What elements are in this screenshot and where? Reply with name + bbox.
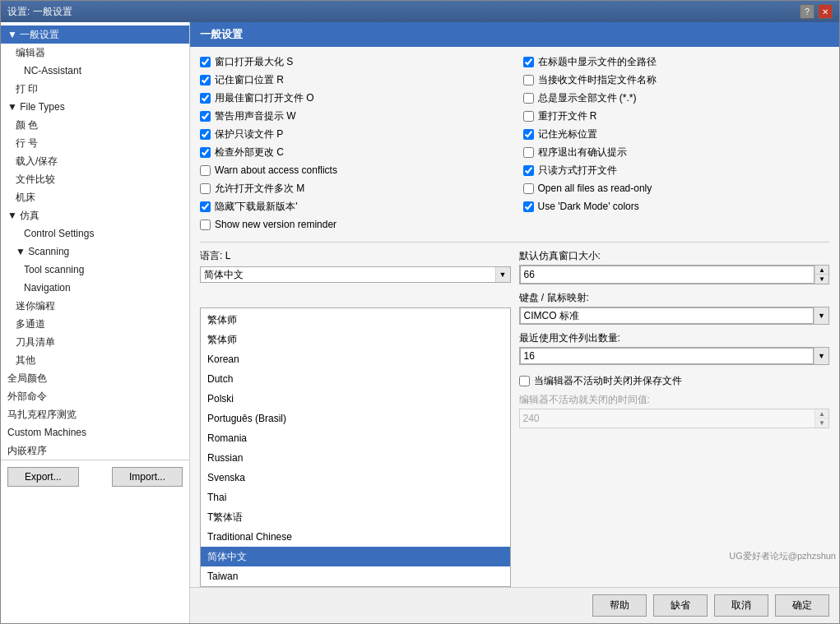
sidebar-item-machine[interactable]: 机床 <box>1 188 189 206</box>
recent-files-input[interactable] <box>520 348 814 364</box>
sidebar-item-simulation[interactable]: ▼ 仿真 <box>1 206 189 224</box>
lang-option-15[interactable]: Polski <box>201 389 510 409</box>
help-btn[interactable]: 帮助 <box>592 594 647 617</box>
sidebar-item-load-save[interactable]: 载入/保存 <box>1 152 189 170</box>
sidebar-item-editor[interactable]: 编辑器 <box>1 44 189 62</box>
lang-option-12[interactable]: 繁体师 <box>201 330 510 349</box>
right-settings-panel: 默认仿真窗口大小: ▲ ▼ 键盘 / 鼠标映射: <box>519 249 830 428</box>
checkbox-open-all-readonly[interactable] <box>523 183 534 194</box>
sidebar-item-line-numbers[interactable]: 行 号 <box>1 134 189 152</box>
sidebar-item-multi-channel[interactable]: 多通道 <box>1 315 189 333</box>
sidebar-item-file-compare[interactable]: 文件比较 <box>1 170 189 188</box>
sim-window-input[interactable] <box>520 266 815 284</box>
panel-body: 一般程序设置 窗口打开最大化 S记住窗口位置 R用最佳窗口打开文件 O警告用声音… <box>190 47 839 587</box>
window-title: 设置: 一般设置 <box>7 5 72 19</box>
checkbox-row-specify-filename: 当接收文件时指定文件名称 <box>523 71 830 89</box>
keyboard-combobox[interactable]: ▼ <box>519 307 830 325</box>
checkbox-row-allow-multi: 允许打开文件多次 M <box>200 179 507 197</box>
checkbox-show-full-path[interactable] <box>523 57 534 67</box>
checkbox-open-readonly[interactable] <box>523 165 534 176</box>
lang-option-11[interactable]: 繁体师 <box>201 310 510 330</box>
sidebar-item-nc-assistant[interactable]: NC-Assistant <box>1 62 189 80</box>
auto-close-spinbox[interactable]: ▲ ▼ <box>519 409 830 428</box>
checkbox-warn-access[interactable] <box>200 165 211 176</box>
checkbox-row-exit-confirm: 程序退出有确认提示 <box>523 143 830 161</box>
panel-header: 一般设置 <box>190 22 839 47</box>
checkbox-show-reminder[interactable] <box>200 220 211 230</box>
recent-files-dropdown-btn[interactable]: ▼ <box>814 348 828 364</box>
lang-option-13[interactable]: Korean <box>201 349 510 369</box>
checkbox-specify-filename[interactable] <box>523 75 534 86</box>
close-button[interactable]: ✕ <box>818 4 833 19</box>
checkbox-reopen[interactable] <box>523 111 534 122</box>
lang-option-21[interactable]: T繁体语 <box>201 507 510 527</box>
keyboard-label: 键盘 / 鼠标映射: <box>519 291 830 305</box>
checkbox-label-warn-access: Warn about access conflicts <box>215 163 337 178</box>
auto-close-up[interactable]: ▲ <box>815 409 828 418</box>
checkbox-row-open-readonly: 只读方式打开文件 <box>523 161 830 179</box>
sidebar-item-print[interactable]: 打 印 <box>1 80 189 98</box>
sidebar-item-navigation[interactable]: Navigation <box>1 279 189 297</box>
default-btn[interactable]: 缺省 <box>653 594 708 617</box>
sidebar-item-external-cmd[interactable]: 外部命令 <box>1 387 189 405</box>
lang-option-14[interactable]: Dutch <box>201 369 510 389</box>
auto-close-down[interactable]: ▼ <box>815 418 828 428</box>
lang-option-18[interactable]: Russian <box>201 448 510 468</box>
sidebar-item-embedded[interactable]: 内嵌程序 <box>1 441 189 460</box>
sidebar-item-file-types[interactable]: ▼ File Types <box>1 98 189 116</box>
sim-window-down[interactable]: ▼ <box>815 275 828 284</box>
checkbox-best-window[interactable] <box>200 93 211 104</box>
checkbox-allow-multi[interactable] <box>200 183 211 194</box>
auto-close-input[interactable] <box>520 409 815 428</box>
checkbox-maximize[interactable] <box>200 57 211 67</box>
checkbox-check-external[interactable] <box>200 147 211 158</box>
lang-option-16[interactable]: Português (Brasil) <box>201 409 510 428</box>
sidebar-item-mazak[interactable]: 马扎克程序测览 <box>1 405 189 423</box>
checkbox-remember-cursor[interactable] <box>523 129 534 140</box>
sidebar-item-custom-machines[interactable]: Custom Machines <box>1 423 189 441</box>
lang-option-19[interactable]: Svenska <box>201 468 510 488</box>
export-button[interactable]: Export... <box>7 467 79 487</box>
sidebar-item-general[interactable]: ▼ 一般设置 <box>1 25 189 44</box>
lang-combobox[interactable]: ▼ <box>200 266 511 283</box>
checkbox-remember-pos[interactable] <box>200 75 211 86</box>
checkbox-exit-confirm[interactable] <box>523 147 534 158</box>
sim-window-spinbox[interactable]: ▲ ▼ <box>519 265 830 284</box>
sim-window-up[interactable]: ▲ <box>815 266 828 275</box>
checkbox-dark-mode[interactable] <box>523 201 534 212</box>
checkbox-label-exit-confirm: 程序退出有确认提示 <box>538 145 627 159</box>
sidebar-item-other[interactable]: 其他 <box>1 351 189 369</box>
lang-dropdown: 蕃skyDeutsch AlternativeDanskDeutschUS En… <box>200 307 511 587</box>
sidebar-item-tool-scanning[interactable]: Tool scanning <box>1 261 189 279</box>
checkbox-label-sound-alert: 警告用声音提示 W <box>215 109 296 123</box>
ok-btn[interactable]: 确定 <box>775 594 829 617</box>
recent-files-combobox[interactable]: ▼ <box>519 347 830 365</box>
main-content: ▼ 一般设置编辑器NC-Assistant打 印▼ File Types颜 色行… <box>1 22 839 623</box>
auto-close-checkbox[interactable] <box>519 376 530 386</box>
checkbox-sound-alert[interactable] <box>200 111 211 122</box>
sidebar-item-colors[interactable]: 颜 色 <box>1 116 189 134</box>
lang-input[interactable] <box>201 267 495 282</box>
lang-option-22[interactable]: Traditional Chinese <box>201 527 510 547</box>
lang-option-23[interactable]: 简体中文 <box>201 547 510 566</box>
checkboxes-grid: 窗口打开最大化 S记住窗口位置 R用最佳窗口打开文件 O警告用声音提示 W保护只… <box>200 53 829 233</box>
checkbox-protect-readonly[interactable] <box>200 129 211 140</box>
checkbox-row-sound-alert: 警告用声音提示 W <box>200 107 507 125</box>
keyboard-dropdown-btn[interactable]: ▼ <box>814 307 828 324</box>
help-button[interactable]: ? <box>800 4 814 19</box>
lang-option-17[interactable]: Romania <box>201 428 510 448</box>
sidebar-item-global-colors[interactable]: 全局颜色 <box>1 369 189 387</box>
lang-option-24[interactable]: Taiwan <box>201 566 510 586</box>
checkbox-label-hide-download: 隐藏'下载最新版本' <box>215 199 298 214</box>
checkbox-show-all-files[interactable] <box>523 93 534 104</box>
lang-dropdown-btn[interactable]: ▼ <box>495 267 510 282</box>
import-button[interactable]: Import... <box>112 467 183 487</box>
sidebar-item-control-settings[interactable]: Control Settings <box>1 224 189 243</box>
cancel-btn[interactable]: 取消 <box>714 594 768 617</box>
lang-option-20[interactable]: Thai <box>201 488 510 507</box>
checkbox-hide-download[interactable] <box>200 201 211 212</box>
sidebar-item-mini-prog[interactable]: 迷你编程 <box>1 297 189 315</box>
sidebar-item-tool-list[interactable]: 刀具清单 <box>1 333 189 351</box>
keyboard-input[interactable] <box>520 307 814 324</box>
sidebar-item-scanning[interactable]: ▼ Scanning <box>1 243 189 261</box>
